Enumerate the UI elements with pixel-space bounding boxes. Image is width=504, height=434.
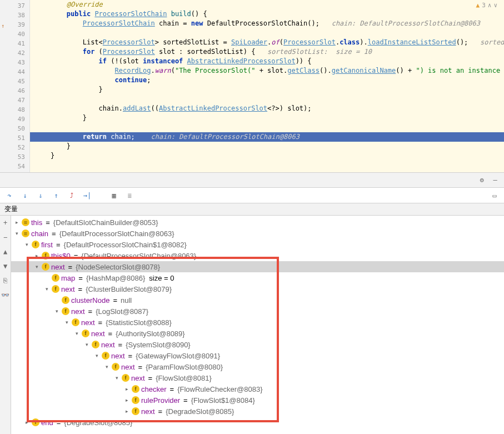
tree-row[interactable]: ▾f next = {SystemSlot@8090}: [11, 339, 504, 350]
collapse-arrow-icon[interactable]: ▾: [83, 342, 90, 347]
step-into-icon[interactable]: ↓: [20, 191, 30, 201]
expand-arrow-icon[interactable]: ▸: [123, 386, 130, 392]
tree-row[interactable]: ▸f ruleProvider = {FlowSlot$1@8084}: [11, 395, 504, 406]
trace-icon[interactable]: ≣: [124, 191, 134, 201]
tree-row[interactable]: ▾f next = {ClusterBuilderSlot@8079}: [11, 283, 504, 295]
code-line[interactable]: ProcessorSlotChain chain = new DefaultPr…: [30, 19, 504, 28]
tree-row[interactable]: ▸f checker = {FlowRuleChecker@8083}: [11, 383, 504, 395]
collapse-arrow-icon[interactable]: ▾: [113, 375, 120, 381]
evaluate-icon[interactable]: ▦: [109, 191, 119, 201]
collapse-arrow-icon[interactable]: ▾: [73, 331, 80, 336]
force-step-into-icon[interactable]: ⇓: [36, 191, 46, 201]
line-number[interactable]: 44: [0, 67, 25, 77]
drop-frame-icon[interactable]: ⤴: [67, 191, 77, 201]
code-line[interactable]: }: [30, 142, 504, 151]
line-number[interactable]: 45: [0, 77, 25, 86]
expand-arrow-icon[interactable]: ▸: [123, 408, 130, 414]
collapse-arrow-icon[interactable]: ▾: [33, 264, 40, 270]
line-number[interactable]: 48: [0, 105, 25, 114]
step-over-icon[interactable]: ↷: [4, 191, 14, 201]
run-to-cursor-icon[interactable]: →|: [82, 191, 92, 201]
line-number[interactable]: 47: [0, 96, 25, 105]
tree-row[interactable]: ▾f next = {NodeSelectorSlot@8078}: [11, 261, 504, 272]
code-line[interactable]: [30, 161, 504, 170]
var-value: {StatisticSlot@8088}: [106, 318, 172, 327]
collapse-arrow-icon[interactable]: ▾: [23, 242, 30, 247]
tree-row[interactable]: ▸≡ this = {DefaultSlotChainBuilder@8053}: [11, 217, 504, 228]
collapse-arrow-icon[interactable]: ▾: [13, 231, 20, 236]
code-line[interactable]: }: [30, 151, 504, 161]
remove-watch-icon[interactable]: −: [3, 233, 7, 241]
tree-row[interactable]: ▾f next = {FlowSlot@8081}: [11, 372, 504, 383]
tree-row[interactable]: ▾f next = {ParamFlowSlot@8080}: [11, 361, 504, 372]
expand-arrow-icon[interactable]: ▸: [13, 220, 20, 225]
collapse-arrow-icon[interactable]: ▾: [103, 364, 110, 370]
collapse-arrow-icon[interactable]: ▾: [53, 308, 60, 314]
settings-icon[interactable]: ⚙: [477, 176, 486, 184]
tree-row[interactable]: ▾f next = {GatewayFlowSlot@8091}: [11, 350, 504, 361]
code-line[interactable]: [30, 28, 504, 38]
step-out-icon[interactable]: ↑: [51, 191, 61, 201]
var-name: next: [131, 374, 145, 382]
collapse-arrow-icon[interactable]: ▾: [93, 353, 100, 358]
add-watch-icon[interactable]: +: [3, 219, 7, 227]
line-number[interactable]: 51: [0, 133, 25, 143]
tree-row[interactable]: ▾≡ chain = {DefaultProcessorSlotChain@80…: [11, 228, 504, 239]
line-number[interactable]: 46: [0, 86, 25, 96]
expand-arrow-icon[interactable]: ▸: [123, 397, 130, 403]
tree-row[interactable]: ▾f first = {DefaultProcessorSlotChain$1@…: [11, 239, 504, 250]
line-number[interactable]: 38: [0, 11, 25, 20]
expand-arrow-icon[interactable]: ▸: [23, 420, 30, 425]
code-line[interactable]: for (ProcessorSlot slot : sortedSlotList…: [30, 47, 504, 57]
line-number[interactable]: 52: [0, 143, 25, 152]
copy-icon[interactable]: ⎘: [3, 277, 7, 285]
var-name: next: [71, 307, 85, 316]
line-number[interactable]: 43: [0, 58, 25, 67]
down-icon[interactable]: ▼: [3, 262, 7, 270]
var-value: {FlowSlot$1@8084}: [191, 396, 255, 405]
line-number[interactable]: 50: [0, 124, 25, 133]
up-icon[interactable]: ▲: [3, 248, 7, 256]
code-line[interactable]: public ProcessorSlotChain build() {: [30, 9, 504, 19]
layout-icon[interactable]: ▭: [490, 191, 500, 201]
var-value: {DefaultProcessorSlotChain@8063}: [59, 230, 174, 238]
glasses-icon[interactable]: 👓: [1, 291, 9, 299]
code-line[interactable]: if (!(slot instanceof AbstractLinkedProc…: [30, 57, 504, 66]
code-line[interactable]: List<ProcessorSlot> sortedSlotList = Spi…: [30, 38, 504, 47]
line-number[interactable]: 42: [0, 48, 25, 58]
code-line[interactable]: chain.addLast((AbstractLinkedProcessorSl…: [30, 104, 504, 113]
chevron-up-icon[interactable]: ∧: [488, 2, 492, 9]
line-number[interactable]: 37: [0, 1, 25, 11]
tree-row[interactable]: ▸f next = {DegradeSlot@8085}: [11, 406, 504, 417]
minimize-icon[interactable]: —: [491, 176, 500, 184]
tree-row[interactable]: ▸f clusterNode = null: [11, 295, 504, 306]
chevron-down-icon[interactable]: ∨: [493, 2, 497, 9]
code-line[interactable]: [30, 94, 504, 104]
tree-row[interactable]: ▸f end = {DegradeSlot@8085}: [11, 417, 504, 428]
code-line[interactable]: @Override: [30, 0, 504, 9]
tree-row[interactable]: ▾f next = {LogSlot@8087}: [11, 306, 504, 317]
code-line[interactable]: }: [30, 113, 504, 123]
line-number[interactable]: 54: [0, 162, 25, 171]
expand-arrow-icon[interactable]: ▸: [33, 253, 40, 258]
tree-row[interactable]: ▸f map = {HashMap@8086} size = 0: [11, 272, 504, 283]
line-number[interactable]: 40: [0, 29, 25, 39]
code-line[interactable]: return chain; chain: DefaultProcessorSlo…: [30, 132, 504, 142]
inspection-badge[interactable]: ▲ 3 ∧ ∨: [476, 2, 498, 9]
tree-row[interactable]: ▾f next = {AuthoritySlot@8089}: [11, 328, 504, 339]
collapse-arrow-icon[interactable]: ▾: [63, 320, 70, 325]
code-line[interactable]: continue;: [30, 76, 504, 85]
line-number[interactable]: 53: [0, 152, 25, 162]
code-line[interactable]: [30, 123, 504, 132]
variables-tree[interactable]: ▸≡ this = {DefaultSlotChainBuilder@8053}…: [11, 216, 504, 434]
collapse-arrow-icon[interactable]: ▾: [43, 286, 50, 292]
tree-row[interactable]: ▾f next = {StatisticSlot@8088}: [11, 317, 504, 328]
line-number[interactable]: 41: [0, 39, 25, 48]
code-line[interactable]: }: [30, 85, 504, 94]
var-name: chain: [31, 230, 48, 238]
line-number[interactable]: 49: [0, 114, 25, 124]
code-area[interactable]: ▲ 3 ∧ ∨ @Override public ProcessorSlotCh…: [30, 0, 504, 172]
code-line[interactable]: RecordLog.warn("The ProcessorSlot(" + sl…: [30, 66, 504, 76]
line-number[interactable]: 39↑: [0, 20, 25, 29]
tree-row[interactable]: ▸f this$0 = {DefaultProcessorSlotChain@8…: [11, 250, 504, 261]
